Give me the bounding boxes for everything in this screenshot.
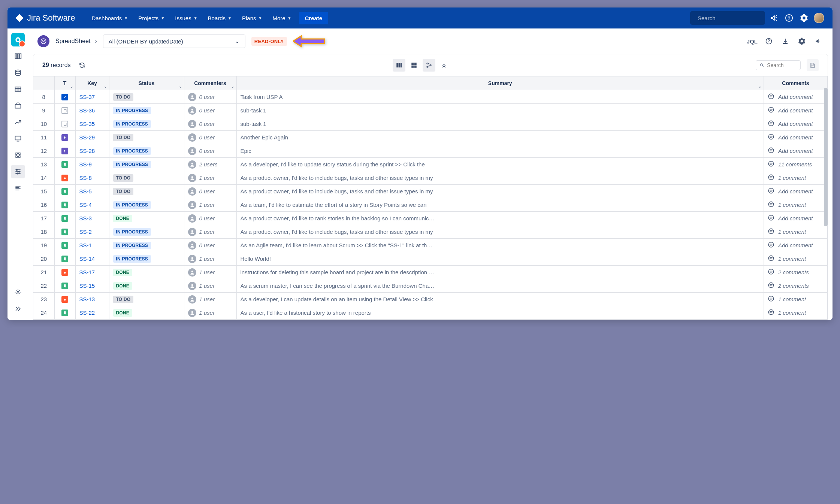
breadcrumb-app[interactable]: SpreadSheet	[55, 38, 90, 45]
comment-cell[interactable]: Add comment	[768, 120, 824, 128]
table-row[interactable]: 16 SS-4 IN PROGRESS 1 user As a team, I'…	[33, 198, 828, 212]
jira-logo[interactable]: Jira Software	[15, 13, 75, 23]
nav-dashboards[interactable]: Dashboards▼	[87, 12, 132, 24]
issue-type-icon[interactable]	[54, 212, 75, 225]
chevron-down-icon[interactable]: ⌄	[231, 84, 234, 88]
column-key[interactable]: Key⌄	[75, 76, 109, 90]
comment-cell[interactable]: 2 comments	[768, 282, 824, 290]
column-commenters[interactable]: Commenters⌄	[184, 76, 236, 90]
sidebar-expand-icon[interactable]	[11, 302, 25, 316]
refresh-icon[interactable]	[77, 60, 87, 70]
issue-key-link[interactable]: SS-3	[79, 215, 92, 221]
issue-type-icon[interactable]: ●	[54, 266, 75, 279]
nav-boards[interactable]: Boards▼	[203, 12, 236, 24]
issue-key-link[interactable]: SS-37	[79, 94, 95, 100]
summary-text[interactable]: sub-task 1	[241, 121, 435, 127]
comment-cell[interactable]: 1 comment	[768, 201, 824, 209]
table-row[interactable]: 15 SS-5 TO DO 0 user As a product owner,…	[33, 185, 828, 198]
status-badge[interactable]: IN PROGRESS	[113, 242, 151, 249]
summary-text[interactable]: Hello World!	[241, 256, 435, 262]
summary-text[interactable]: As a product owner, I'd like to include …	[241, 229, 435, 235]
issue-type-icon[interactable]	[54, 252, 75, 266]
commenters-cell[interactable]: 0 user	[188, 133, 233, 142]
summary-text[interactable]: Epic	[241, 148, 435, 154]
issue-key-link[interactable]: SS-5	[79, 188, 92, 194]
sidebar-puzzle-icon[interactable]	[11, 148, 25, 162]
status-badge[interactable]: IN PROGRESS	[113, 161, 151, 168]
issue-type-icon[interactable]	[54, 158, 75, 171]
status-badge[interactable]: TO DO	[113, 188, 134, 195]
sidebar-settings-icon[interactable]	[11, 286, 25, 299]
comment-cell[interactable]: Add comment	[768, 106, 824, 114]
view-collapse-button[interactable]	[438, 59, 450, 72]
issue-type-icon[interactable]: ✓	[54, 90, 75, 104]
sidebar-columns-icon[interactable]	[11, 49, 25, 63]
issue-type-icon[interactable]: ●	[54, 293, 75, 306]
table-search[interactable]	[756, 60, 801, 70]
summary-text[interactable]: As a scrum master, I can see the progres…	[241, 283, 435, 289]
status-badge[interactable]: DONE	[113, 269, 132, 276]
view-tree-button[interactable]	[423, 59, 435, 72]
summary-text[interactable]: As a team, I'd like to estimate the effo…	[241, 202, 435, 208]
sidebar-tune-icon[interactable]	[11, 165, 25, 178]
filter-dropdown[interactable]: All (ORDER BY updatedDate) ⌄	[103, 34, 245, 48]
comment-cell[interactable]: 1 comment	[768, 255, 824, 263]
help-icon[interactable]: ?	[783, 12, 795, 24]
summary-text[interactable]: As an Agile team, I'd like to learn abou…	[241, 242, 435, 248]
column-rownum[interactable]	[33, 76, 54, 90]
gear-icon[interactable]	[797, 36, 807, 46]
table-row[interactable]: 24 SS-22 DONE 1 user As a user, I'd like…	[33, 306, 828, 320]
summary-text[interactable]: sub-task 1	[241, 107, 435, 114]
status-badge[interactable]: DONE	[113, 309, 132, 317]
column-type[interactable]: T⌄	[54, 76, 75, 90]
table-row[interactable]: 12 SS-28 IN PROGRESS 0 user Epic Add com…	[33, 144, 828, 158]
sidebar-layers-icon[interactable]	[11, 181, 25, 195]
save-button[interactable]	[807, 59, 819, 71]
status-badge[interactable]: DONE	[113, 215, 132, 222]
sidebar-table-icon[interactable]	[11, 82, 25, 96]
sidebar-briefcase-icon[interactable]	[11, 99, 25, 112]
table-row[interactable]: 19 SS-1 IN PROGRESS 0 user As an Agile t…	[33, 239, 828, 252]
status-badge[interactable]: IN PROGRESS	[113, 107, 151, 114]
table-row[interactable]: 17 SS-3 DONE 0 user As a product owner, …	[33, 212, 828, 225]
nav-more[interactable]: More▼	[268, 12, 296, 24]
table-row[interactable]: 23 ● SS-13 TO DO 1 user As a developer, …	[33, 293, 828, 306]
issue-type-icon[interactable]: ⊡	[54, 117, 75, 131]
summary-text[interactable]: As a product owner, I'd like to include …	[241, 175, 435, 181]
issue-type-icon[interactable]	[54, 225, 75, 239]
status-badge[interactable]: IN PROGRESS	[113, 120, 151, 128]
nav-projects[interactable]: Projects▼	[134, 12, 169, 24]
commenters-cell[interactable]: 1 user	[188, 282, 233, 290]
commenters-cell[interactable]: 0 user	[188, 93, 233, 101]
issue-type-icon[interactable]	[54, 239, 75, 252]
comment-cell[interactable]: Add comment	[768, 93, 824, 101]
global-search[interactable]	[690, 11, 765, 25]
chevron-down-icon[interactable]: ⌄	[179, 84, 182, 88]
status-badge[interactable]: IN PROGRESS	[113, 255, 151, 263]
issue-key-link[interactable]: SS-4	[79, 202, 92, 208]
view-columns-button[interactable]	[393, 59, 405, 72]
issue-type-icon[interactable]	[54, 306, 75, 320]
comment-cell[interactable]: 11 comments	[768, 160, 824, 168]
status-badge[interactable]: TO DO	[113, 93, 134, 101]
create-button[interactable]: Create	[299, 12, 329, 24]
summary-text[interactable]: As a product owner, I'd like to include …	[241, 188, 435, 194]
issue-type-icon[interactable]	[54, 198, 75, 212]
issue-type-icon[interactable]	[54, 279, 75, 293]
table-row[interactable]: 14 ● SS-8 TO DO 1 user As a product owne…	[33, 171, 828, 185]
issue-key-link[interactable]: SS-29	[79, 134, 95, 141]
comment-cell[interactable]: 2 comments	[768, 268, 824, 276]
comment-cell[interactable]: Add comment	[768, 214, 824, 222]
issue-key-link[interactable]: SS-1	[79, 242, 92, 248]
commenters-cell[interactable]: 0 user	[188, 241, 233, 250]
column-summary[interactable]: Summary⌄	[236, 76, 764, 90]
commenters-cell[interactable]: 0 user	[188, 106, 233, 115]
chevron-down-icon[interactable]: ⌄	[758, 84, 761, 88]
table-search-input[interactable]	[767, 62, 797, 68]
status-badge[interactable]: DONE	[113, 282, 132, 290]
table-row[interactable]: 11 SS-29 TO DO 0 user Another Epic Again…	[33, 131, 828, 144]
view-grid-button[interactable]	[408, 59, 420, 72]
commenters-cell[interactable]: 1 user	[188, 228, 233, 236]
issue-type-icon[interactable]	[54, 144, 75, 158]
issue-key-link[interactable]: SS-13	[79, 296, 95, 302]
